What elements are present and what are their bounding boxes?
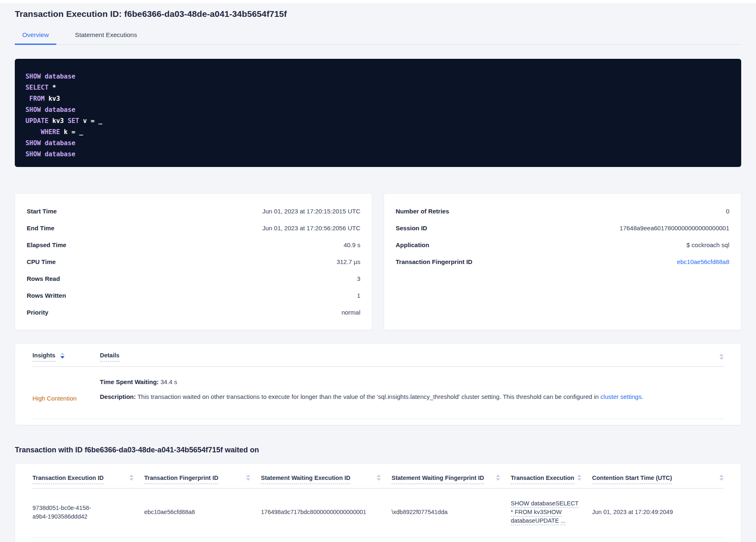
description-label: Description: bbox=[100, 393, 136, 400]
insights-table: Insights Details High Contention Time Sp… bbox=[15, 343, 741, 425]
summary-row-priority: Priority normal bbox=[27, 304, 360, 321]
summary-row-application: Application $ cockroach sql bbox=[396, 236, 729, 253]
column-label: Contention Start Time (UTC) bbox=[592, 475, 672, 484]
elapsed-time-label: Elapsed Time bbox=[27, 241, 66, 248]
time-spent-waiting-label: Time Spent Waiting: bbox=[100, 378, 159, 385]
sort-icon[interactable] bbox=[496, 475, 500, 481]
session-id-label: Session ID bbox=[396, 225, 427, 232]
txn-fingerprint-label: Transaction Fingerprint ID bbox=[396, 258, 472, 265]
sql-statements-box: SHOW databaseSELECT * FROM kv3SHOW datab… bbox=[15, 59, 741, 167]
cell-transaction-execution-id: 9738d051-bc0e-4158-a9b4-1903586ddd42 bbox=[32, 499, 144, 525]
table-row: 9738d051-bc0e-4158-a9b4-1903586ddd42 ebc… bbox=[32, 489, 724, 538]
summary-row-session-id: Session ID 17648a9eea6017800000000000000… bbox=[396, 220, 729, 236]
summary-row-retries: Number of Retries 0 bbox=[396, 203, 729, 220]
statement-waiting-fingerprint-id-value: \xdb8922f077541dda bbox=[392, 508, 447, 517]
insight-description: Description: This transaction waited on … bbox=[100, 392, 724, 401]
tab-statement-executions[interactable]: Statement Executions bbox=[68, 31, 145, 44]
insight-row: High Contention Time Spent Waiting: 34.4… bbox=[32, 367, 724, 419]
sort-icon[interactable] bbox=[719, 354, 724, 360]
cluster-settings-link[interactable]: cluster settings bbox=[600, 393, 641, 400]
summary-row-elapsed-time: Elapsed Time 40.9 s bbox=[27, 236, 360, 253]
elapsed-time-value: 40.9 s bbox=[343, 241, 360, 248]
page-title: Transaction Execution ID: f6be6366-da03-… bbox=[15, 9, 741, 19]
summary-row-end-time: End Time Jun 01, 2023 at 17:20:56:2056 U… bbox=[27, 220, 360, 236]
sort-icon[interactable] bbox=[246, 475, 250, 481]
description-period: . bbox=[641, 393, 643, 400]
transaction-execution-link[interactable]: SHOW databaseSELECT * FROM kv3SHOW datab… bbox=[511, 499, 580, 525]
summary-row-txn-fingerprint: Transaction Fingerprint ID ebc10ae56cfd8… bbox=[396, 253, 729, 270]
sort-icon[interactable] bbox=[577, 475, 581, 481]
column-label: Statement Waiting Execution ID bbox=[261, 475, 350, 484]
sort-icon[interactable] bbox=[719, 475, 724, 481]
tab-overview[interactable]: Overview bbox=[15, 31, 56, 44]
cell-transaction-execution: SHOW databaseSELECT * FROM kv3SHOW datab… bbox=[511, 499, 592, 525]
sort-desc-icon[interactable] bbox=[60, 352, 65, 359]
summary-card-left: Start Time Jun 01, 2023 at 17:20:15:2015… bbox=[15, 193, 372, 330]
start-time-label: Start Time bbox=[27, 208, 57, 215]
table-footer-space bbox=[32, 538, 724, 542]
cpu-time-value: 312.7 µs bbox=[337, 258, 360, 265]
insight-details: Time Spent Waiting: 34.4 s Description: … bbox=[100, 378, 724, 407]
priority-value: normal bbox=[341, 309, 360, 316]
transaction-execution-id-value: 9738d051-bc0e-4158-a9b4-1903586ddd42 bbox=[32, 504, 106, 521]
insights-table-header: Insights Details bbox=[32, 352, 724, 367]
rows-read-value: 3 bbox=[357, 275, 360, 282]
rows-read-label: Rows Read bbox=[27, 275, 60, 282]
column-label: Transaction Execution bbox=[511, 475, 574, 484]
column-label: Statement Waiting Fingerprint ID bbox=[392, 475, 484, 484]
description-text: This transaction waited on other transac… bbox=[136, 393, 601, 400]
waited-on-table-header: Transaction Execution ID Transaction Fin… bbox=[32, 475, 724, 489]
column-header-statement-waiting-execution-id[interactable]: Statement Waiting Execution ID bbox=[261, 475, 392, 484]
cell-transaction-fingerprint-id: ebc10ae56cfd88a8 bbox=[144, 499, 261, 525]
cell-statement-waiting-execution-id: 176498a9c717bdc80000000000000001 bbox=[261, 499, 392, 525]
retries-label: Number of Retries bbox=[396, 208, 449, 215]
cpu-time-label: CPU Time bbox=[27, 258, 56, 265]
top-strip bbox=[0, 0, 756, 3]
waited-on-section-title: Transaction with ID f6be6366-da03-48de-a… bbox=[15, 446, 741, 454]
summary-row-rows-written: Rows Written 1 bbox=[27, 287, 360, 304]
column-header-transaction-execution[interactable]: Transaction Execution bbox=[511, 475, 592, 484]
session-id-value: 17648a9eea6017800000000000000001 bbox=[620, 225, 729, 232]
sort-icon[interactable] bbox=[129, 475, 134, 481]
insight-badge-high-contention: High Contention bbox=[32, 378, 100, 407]
retries-value: 0 bbox=[726, 208, 729, 215]
column-label: Transaction Fingerprint ID bbox=[144, 475, 218, 484]
insights-column-label: Insights bbox=[32, 352, 55, 361]
details-column-label: Details bbox=[100, 352, 120, 361]
application-label: Application bbox=[396, 241, 429, 248]
sort-icon[interactable] bbox=[377, 475, 381, 481]
column-header-contention-start-time[interactable]: Contention Start Time (UTC) bbox=[592, 475, 724, 484]
statement-waiting-execution-id-value: 176498a9c717bdc80000000000000001 bbox=[261, 508, 366, 517]
end-time-label: End Time bbox=[27, 225, 54, 232]
start-time-value: Jun 01, 2023 at 17:20:15:2015 UTC bbox=[262, 208, 360, 215]
summary-card-right: Number of Retries 0 Session ID 17648a9ee… bbox=[384, 193, 741, 330]
column-header-transaction-fingerprint-id[interactable]: Transaction Fingerprint ID bbox=[144, 475, 261, 484]
insights-column-header[interactable]: Insights bbox=[32, 352, 100, 361]
transaction-details-page: Transaction Execution ID: f6be6366-da03-… bbox=[0, 3, 756, 542]
transaction-fingerprint-id-value: ebc10ae56cfd88a8 bbox=[144, 508, 195, 517]
waited-on-table: Transaction Execution ID Transaction Fin… bbox=[15, 463, 741, 542]
application-value: $ cockroach sql bbox=[687, 241, 729, 248]
rows-written-label: Rows Written bbox=[27, 292, 66, 299]
cell-contention-start-time: Jun 01, 2023 at 17:20:49:2049 bbox=[592, 499, 724, 525]
column-label: Transaction Execution ID bbox=[32, 475, 104, 484]
tab-bar: Overview Statement Executions bbox=[15, 31, 741, 45]
details-column-header[interactable]: Details bbox=[100, 352, 120, 361]
rows-written-value: 1 bbox=[357, 292, 360, 299]
contention-start-time-value: Jun 01, 2023 at 17:20:49:2049 bbox=[592, 508, 673, 517]
time-spent-waiting: Time Spent Waiting: 34.4 s bbox=[100, 378, 724, 387]
cell-statement-waiting-fingerprint-id: \xdb8922f077541dda bbox=[392, 499, 511, 525]
time-spent-waiting-value: 34.4 s bbox=[159, 378, 177, 385]
priority-label: Priority bbox=[27, 309, 48, 316]
txn-fingerprint-link[interactable]: ebc10ae56cfd88a8 bbox=[677, 258, 729, 265]
end-time-value: Jun 01, 2023 at 17:20:56:2056 UTC bbox=[262, 225, 360, 232]
summary-row-cpu-time: CPU Time 312.7 µs bbox=[27, 253, 360, 270]
column-header-statement-waiting-fingerprint-id[interactable]: Statement Waiting Fingerprint ID bbox=[392, 475, 511, 484]
column-header-transaction-execution-id[interactable]: Transaction Execution ID bbox=[32, 475, 144, 484]
summary-cards: Start Time Jun 01, 2023 at 17:20:15:2015… bbox=[15, 193, 741, 330]
summary-row-rows-read: Rows Read 3 bbox=[27, 270, 360, 287]
sql-code: SHOW databaseSELECT * FROM kv3SHOW datab… bbox=[25, 71, 731, 160]
summary-row-start-time: Start Time Jun 01, 2023 at 17:20:15:2015… bbox=[27, 203, 360, 220]
